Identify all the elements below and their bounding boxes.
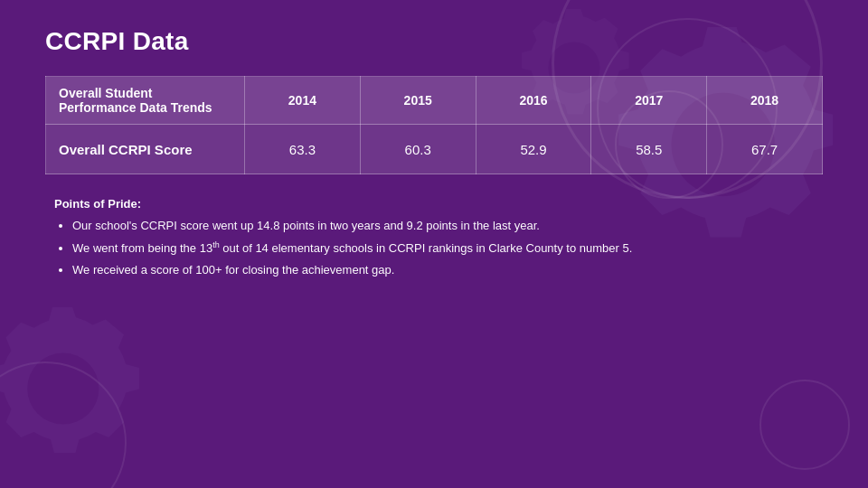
- bg-circle-5: [760, 380, 850, 470]
- point-3-text: We received a score of 100+ for closing …: [72, 263, 394, 277]
- list-item: We received a score of 100+ for closing …: [72, 260, 823, 280]
- point-1-text: Our school's CCRPI score went up 14.8 po…: [72, 219, 540, 232]
- sup-th: th: [212, 239, 220, 249]
- table-header-2014: 2014: [245, 77, 361, 125]
- table-header-label: Overall Student Performance Data Trends: [46, 77, 245, 125]
- gear-icon-bottom-left: [0, 307, 145, 470]
- table-row: Overall CCRPI Score 63.3 60.3 52.9 58.5 …: [46, 125, 823, 174]
- score-2016: 52.9: [476, 125, 591, 174]
- table-header-2018: 2018: [707, 77, 823, 125]
- list-item: We went from being the 13th out of 14 el…: [72, 238, 823, 258]
- points-list: Our school's CCRPI score went up 14.8 po…: [54, 216, 823, 280]
- score-2014: 63.3: [245, 125, 361, 174]
- table-header-row: Overall Student Performance Data Trends …: [46, 77, 823, 125]
- main-content: CCRPI Data Overall Student Performance D…: [0, 0, 868, 300]
- points-title: Points of Pride:: [54, 194, 823, 214]
- points-of-pride-section: Points of Pride: Our school's CCRPI scor…: [45, 194, 823, 280]
- point-2-text-pre: We went from being the 13th out of 14 el…: [72, 241, 632, 255]
- bg-circle-4: [0, 361, 127, 488]
- row-label: Overall CCRPI Score: [46, 125, 245, 174]
- score-2015: 60.3: [360, 125, 476, 174]
- table-header-2015: 2015: [360, 77, 476, 125]
- table-header-2017: 2017: [591, 77, 707, 125]
- score-2018: 67.7: [707, 125, 823, 174]
- score-2017: 58.5: [591, 125, 707, 174]
- table-header-2016: 2016: [476, 77, 591, 125]
- page-title: CCRPI Data: [45, 27, 823, 56]
- list-item: Our school's CCRPI score went up 14.8 po…: [72, 216, 823, 236]
- performance-table: Overall Student Performance Data Trends …: [45, 76, 823, 174]
